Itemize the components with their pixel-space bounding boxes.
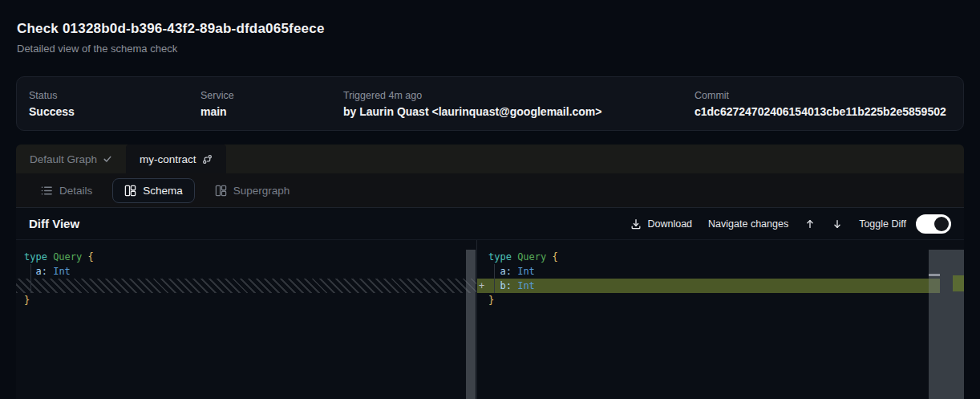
- diff-gutter: [479, 264, 488, 279]
- navigate-changes-button[interactable]: Navigate changes: [708, 218, 788, 230]
- tab-details-label: Details: [59, 185, 92, 197]
- check-icon: [103, 154, 112, 164]
- check-meta-card: Status Success Service main Triggered 4m…: [16, 76, 964, 131]
- contract-panel: Details Schema: [16, 173, 964, 399]
- diff-pane-after[interactable]: type Query { a: Int+ b: Int }: [477, 240, 964, 399]
- commit-value: c1dc62724702406154013cbe11b225b2e5859502: [695, 105, 951, 118]
- toggle-diff-control: Toggle Diff: [859, 214, 951, 234]
- tab-schema-label: Schema: [143, 185, 183, 197]
- diff-line-code: type Query {: [16, 250, 476, 264]
- toggle-diff-label: Toggle Diff: [859, 218, 906, 230]
- next-change-button[interactable]: [832, 218, 843, 230]
- tab-details[interactable]: Details: [29, 178, 104, 203]
- diff-editor: type Query { a: Int} type Query { a: Int…: [16, 240, 964, 399]
- diff-pane-before[interactable]: type Query { a: Int}: [16, 240, 477, 399]
- page-title: Check 01328b0d-b396-43f2-89ab-dfda065fee…: [17, 21, 325, 37]
- tab-default-graph[interactable]: Default Graph: [16, 145, 126, 173]
- view-tab-bar: Details Schema: [16, 173, 964, 207]
- left-scrollbar[interactable]: [466, 250, 476, 399]
- diff-line-code: type Query {: [477, 250, 964, 264]
- status-value: Success: [29, 105, 200, 118]
- diff-gutter: [479, 293, 488, 307]
- download-icon: [630, 218, 642, 230]
- diff-gutter: [479, 250, 488, 264]
- status-label: Status: [29, 90, 200, 101]
- tab-supergraph[interactable]: Supergraph: [203, 178, 302, 203]
- previous-change-button[interactable]: [804, 218, 816, 230]
- tab-default-graph-label: Default Graph: [30, 153, 97, 165]
- arrow-down-icon: [832, 218, 843, 230]
- diff-toolbar: Diff View Download Navigate changes: [16, 208, 964, 240]
- indent-guide: [30, 264, 31, 293]
- scrollbar-slider-edge: [929, 274, 940, 276]
- indent-guide: [494, 264, 495, 293]
- meta-service: Service main: [200, 90, 343, 118]
- diff-line-code: }: [477, 293, 964, 307]
- arrow-up-icon: [804, 218, 816, 230]
- service-label: Service: [200, 90, 343, 101]
- diff-section: Diff View Download Navigate changes: [16, 207, 964, 399]
- right-scrollbar[interactable]: [929, 250, 964, 399]
- toggle-diff-switch[interactable]: [916, 214, 951, 234]
- diff-line-code: a: Int: [477, 264, 964, 279]
- tab-my-contract-label: my-contract: [140, 153, 196, 165]
- tab-my-contract[interactable]: my-contract: [126, 145, 226, 173]
- triggered-label: Triggered 4m ago: [343, 90, 695, 101]
- panels-icon: [215, 185, 227, 197]
- diff-gutter: +: [479, 279, 488, 293]
- download-label: Download: [647, 218, 692, 230]
- download-button[interactable]: Download: [630, 218, 692, 230]
- service-value: main: [200, 105, 343, 118]
- tab-schema[interactable]: Schema: [112, 178, 195, 203]
- diff-line-code: a: Int: [16, 264, 476, 279]
- meta-triggered: Triggered 4m ago by Laurin Quast <laurin…: [343, 90, 695, 118]
- diff-controls: Download Navigate changes: [630, 214, 951, 234]
- overview-ruler-added-marker: [953, 275, 964, 291]
- diff-line-placeholder: [16, 279, 476, 293]
- list-icon: [41, 185, 53, 197]
- page-subtitle: Detailed view of the schema check: [17, 43, 325, 55]
- tab-supergraph-label: Supergraph: [233, 185, 290, 197]
- commit-label: Commit: [695, 90, 951, 101]
- switch-knob: [934, 217, 949, 231]
- meta-commit: Commit c1dc62724702406154013cbe11b225b2e…: [695, 90, 951, 118]
- diff-line-added: + b: Int: [477, 279, 940, 293]
- graph-tab-bar: Default Graph my-contract: [16, 145, 964, 173]
- panels-icon: [124, 185, 136, 197]
- triggered-value: by Laurin Quast <laurinquast@googlemail.…: [343, 105, 695, 118]
- meta-status: Status Success: [29, 90, 200, 118]
- schema-check-page: Check 01328b0d-b396-43f2-89ab-dfda065fee…: [0, 0, 980, 399]
- navigate-changes-label: Navigate changes: [708, 218, 788, 230]
- git-compare-icon: [202, 154, 213, 165]
- diff-view-title: Diff View: [29, 217, 79, 230]
- page-header: Check 01328b0d-b396-43f2-89ab-dfda065fee…: [17, 21, 325, 55]
- diff-line-code: }: [16, 293, 476, 307]
